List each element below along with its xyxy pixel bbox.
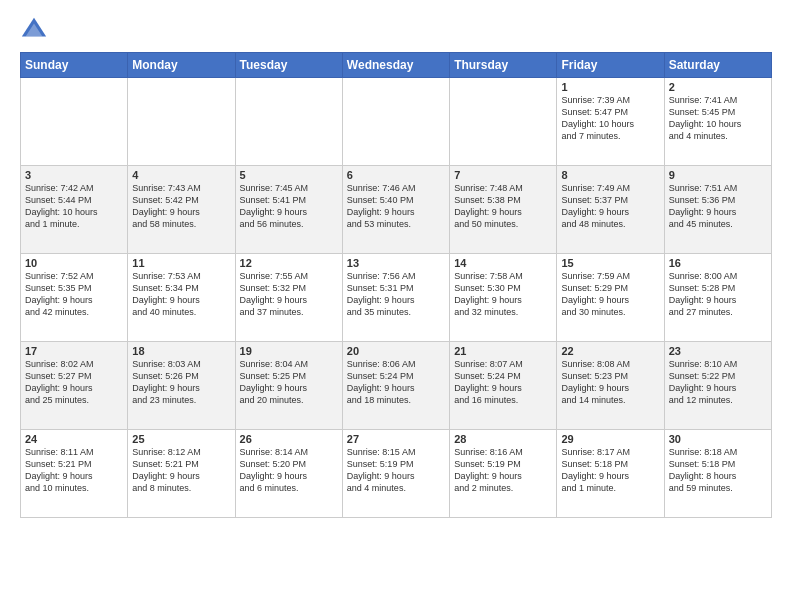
day-number: 7 xyxy=(454,169,552,181)
day-info: Sunrise: 7:58 AM Sunset: 5:30 PM Dayligh… xyxy=(454,270,552,319)
calendar-cell: 8Sunrise: 7:49 AM Sunset: 5:37 PM Daylig… xyxy=(557,166,664,254)
day-number: 3 xyxy=(25,169,123,181)
day-number: 13 xyxy=(347,257,445,269)
day-info: Sunrise: 7:45 AM Sunset: 5:41 PM Dayligh… xyxy=(240,182,338,231)
day-number: 19 xyxy=(240,345,338,357)
calendar-cell: 12Sunrise: 7:55 AM Sunset: 5:32 PM Dayli… xyxy=(235,254,342,342)
day-info: Sunrise: 8:12 AM Sunset: 5:21 PM Dayligh… xyxy=(132,446,230,495)
day-number: 20 xyxy=(347,345,445,357)
day-number: 11 xyxy=(132,257,230,269)
day-info: Sunrise: 8:07 AM Sunset: 5:24 PM Dayligh… xyxy=(454,358,552,407)
calendar-cell: 3Sunrise: 7:42 AM Sunset: 5:44 PM Daylig… xyxy=(21,166,128,254)
day-number: 24 xyxy=(25,433,123,445)
day-number: 30 xyxy=(669,433,767,445)
day-number: 27 xyxy=(347,433,445,445)
calendar-cell xyxy=(235,78,342,166)
logo xyxy=(20,16,52,44)
calendar-cell: 7Sunrise: 7:48 AM Sunset: 5:38 PM Daylig… xyxy=(450,166,557,254)
day-info: Sunrise: 8:11 AM Sunset: 5:21 PM Dayligh… xyxy=(25,446,123,495)
calendar-cell: 19Sunrise: 8:04 AM Sunset: 5:25 PM Dayli… xyxy=(235,342,342,430)
day-number: 6 xyxy=(347,169,445,181)
weekday-header: Monday xyxy=(128,53,235,78)
calendar-cell: 22Sunrise: 8:08 AM Sunset: 5:23 PM Dayli… xyxy=(557,342,664,430)
day-info: Sunrise: 7:49 AM Sunset: 5:37 PM Dayligh… xyxy=(561,182,659,231)
weekday-header: Wednesday xyxy=(342,53,449,78)
day-info: Sunrise: 8:02 AM Sunset: 5:27 PM Dayligh… xyxy=(25,358,123,407)
day-info: Sunrise: 8:06 AM Sunset: 5:24 PM Dayligh… xyxy=(347,358,445,407)
day-info: Sunrise: 7:55 AM Sunset: 5:32 PM Dayligh… xyxy=(240,270,338,319)
day-info: Sunrise: 8:18 AM Sunset: 5:18 PM Dayligh… xyxy=(669,446,767,495)
day-number: 23 xyxy=(669,345,767,357)
day-info: Sunrise: 8:15 AM Sunset: 5:19 PM Dayligh… xyxy=(347,446,445,495)
calendar-cell: 2Sunrise: 7:41 AM Sunset: 5:45 PM Daylig… xyxy=(664,78,771,166)
day-info: Sunrise: 7:42 AM Sunset: 5:44 PM Dayligh… xyxy=(25,182,123,231)
calendar-cell: 9Sunrise: 7:51 AM Sunset: 5:36 PM Daylig… xyxy=(664,166,771,254)
page-header xyxy=(20,16,772,44)
weekday-header: Thursday xyxy=(450,53,557,78)
day-number: 4 xyxy=(132,169,230,181)
day-number: 5 xyxy=(240,169,338,181)
day-info: Sunrise: 7:59 AM Sunset: 5:29 PM Dayligh… xyxy=(561,270,659,319)
day-number: 25 xyxy=(132,433,230,445)
day-info: Sunrise: 7:41 AM Sunset: 5:45 PM Dayligh… xyxy=(669,94,767,143)
day-number: 18 xyxy=(132,345,230,357)
calendar-cell: 26Sunrise: 8:14 AM Sunset: 5:20 PM Dayli… xyxy=(235,430,342,518)
day-info: Sunrise: 8:17 AM Sunset: 5:18 PM Dayligh… xyxy=(561,446,659,495)
calendar-cell: 21Sunrise: 8:07 AM Sunset: 5:24 PM Dayli… xyxy=(450,342,557,430)
calendar-cell: 6Sunrise: 7:46 AM Sunset: 5:40 PM Daylig… xyxy=(342,166,449,254)
day-number: 22 xyxy=(561,345,659,357)
weekday-header-row: SundayMondayTuesdayWednesdayThursdayFrid… xyxy=(21,53,772,78)
calendar-week-row: 3Sunrise: 7:42 AM Sunset: 5:44 PM Daylig… xyxy=(21,166,772,254)
day-number: 21 xyxy=(454,345,552,357)
calendar-cell: 25Sunrise: 8:12 AM Sunset: 5:21 PM Dayli… xyxy=(128,430,235,518)
calendar-cell: 24Sunrise: 8:11 AM Sunset: 5:21 PM Dayli… xyxy=(21,430,128,518)
calendar-cell: 16Sunrise: 8:00 AM Sunset: 5:28 PM Dayli… xyxy=(664,254,771,342)
day-info: Sunrise: 8:16 AM Sunset: 5:19 PM Dayligh… xyxy=(454,446,552,495)
day-number: 17 xyxy=(25,345,123,357)
calendar-cell xyxy=(450,78,557,166)
weekday-header: Saturday xyxy=(664,53,771,78)
calendar-week-row: 17Sunrise: 8:02 AM Sunset: 5:27 PM Dayli… xyxy=(21,342,772,430)
day-info: Sunrise: 7:52 AM Sunset: 5:35 PM Dayligh… xyxy=(25,270,123,319)
calendar-cell: 30Sunrise: 8:18 AM Sunset: 5:18 PM Dayli… xyxy=(664,430,771,518)
calendar-cell: 10Sunrise: 7:52 AM Sunset: 5:35 PM Dayli… xyxy=(21,254,128,342)
calendar-cell: 28Sunrise: 8:16 AM Sunset: 5:19 PM Dayli… xyxy=(450,430,557,518)
calendar-cell xyxy=(21,78,128,166)
day-number: 10 xyxy=(25,257,123,269)
calendar-cell: 29Sunrise: 8:17 AM Sunset: 5:18 PM Dayli… xyxy=(557,430,664,518)
calendar-cell: 18Sunrise: 8:03 AM Sunset: 5:26 PM Dayli… xyxy=(128,342,235,430)
calendar-cell xyxy=(342,78,449,166)
day-number: 9 xyxy=(669,169,767,181)
calendar-cell: 23Sunrise: 8:10 AM Sunset: 5:22 PM Dayli… xyxy=(664,342,771,430)
calendar-cell xyxy=(128,78,235,166)
day-info: Sunrise: 7:48 AM Sunset: 5:38 PM Dayligh… xyxy=(454,182,552,231)
weekday-header: Friday xyxy=(557,53,664,78)
day-number: 15 xyxy=(561,257,659,269)
calendar-cell: 1Sunrise: 7:39 AM Sunset: 5:47 PM Daylig… xyxy=(557,78,664,166)
calendar-cell: 15Sunrise: 7:59 AM Sunset: 5:29 PM Dayli… xyxy=(557,254,664,342)
calendar-cell: 4Sunrise: 7:43 AM Sunset: 5:42 PM Daylig… xyxy=(128,166,235,254)
calendar-week-row: 24Sunrise: 8:11 AM Sunset: 5:21 PM Dayli… xyxy=(21,430,772,518)
weekday-header: Sunday xyxy=(21,53,128,78)
day-number: 1 xyxy=(561,81,659,93)
day-info: Sunrise: 7:43 AM Sunset: 5:42 PM Dayligh… xyxy=(132,182,230,231)
day-number: 26 xyxy=(240,433,338,445)
calendar-cell: 13Sunrise: 7:56 AM Sunset: 5:31 PM Dayli… xyxy=(342,254,449,342)
day-number: 29 xyxy=(561,433,659,445)
day-info: Sunrise: 7:51 AM Sunset: 5:36 PM Dayligh… xyxy=(669,182,767,231)
calendar-cell: 5Sunrise: 7:45 AM Sunset: 5:41 PM Daylig… xyxy=(235,166,342,254)
day-info: Sunrise: 8:14 AM Sunset: 5:20 PM Dayligh… xyxy=(240,446,338,495)
calendar-week-row: 10Sunrise: 7:52 AM Sunset: 5:35 PM Dayli… xyxy=(21,254,772,342)
day-info: Sunrise: 7:53 AM Sunset: 5:34 PM Dayligh… xyxy=(132,270,230,319)
day-number: 14 xyxy=(454,257,552,269)
calendar-cell: 14Sunrise: 7:58 AM Sunset: 5:30 PM Dayli… xyxy=(450,254,557,342)
day-number: 8 xyxy=(561,169,659,181)
calendar-cell: 27Sunrise: 8:15 AM Sunset: 5:19 PM Dayli… xyxy=(342,430,449,518)
day-number: 2 xyxy=(669,81,767,93)
day-info: Sunrise: 8:03 AM Sunset: 5:26 PM Dayligh… xyxy=(132,358,230,407)
calendar-table: SundayMondayTuesdayWednesdayThursdayFrid… xyxy=(20,52,772,518)
day-info: Sunrise: 8:04 AM Sunset: 5:25 PM Dayligh… xyxy=(240,358,338,407)
logo-icon xyxy=(20,16,48,44)
day-number: 16 xyxy=(669,257,767,269)
day-info: Sunrise: 8:10 AM Sunset: 5:22 PM Dayligh… xyxy=(669,358,767,407)
